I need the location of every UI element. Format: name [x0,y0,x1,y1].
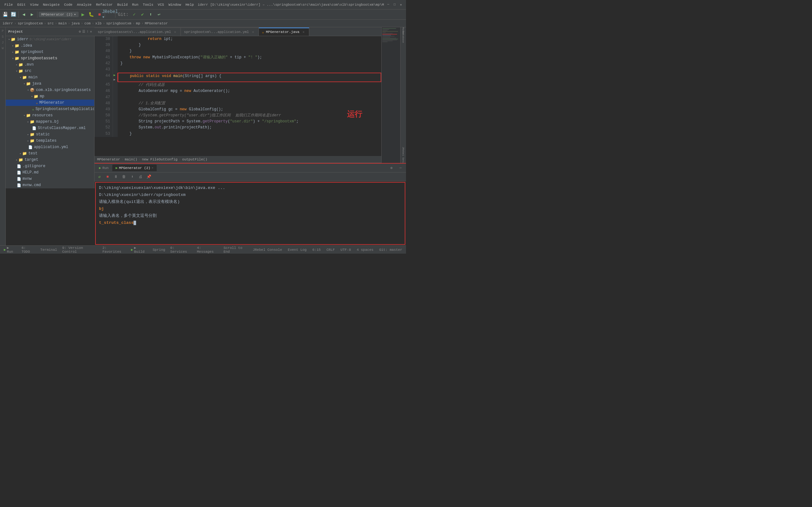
tree-item-templates[interactable]: ▸ 📁 templates [6,137,94,144]
vcs-check[interactable]: ✓ [130,11,138,18]
menu-file[interactable]: File [3,2,15,7]
expand-icon[interactable]: ↕ [87,30,89,34]
tree-item-idea[interactable]: ▸ 📁 .idea [6,43,94,49]
bottom-tab-settings[interactable]: ⚙ [387,165,396,171]
tree-item-mvnwcmd[interactable]: 📄 mvnw.cmd [6,182,94,188]
tab-mpgenerator-java[interactable]: ☕ MPGenerator.java ✕ [259,27,309,36]
nav-mp[interactable]: mp [136,21,140,25]
run-gutter-btn-44b[interactable]: ▶ [114,78,115,81]
toolbar-forward[interactable]: ▶ [28,11,36,18]
nav-iderr[interactable]: iderr [3,21,13,25]
tree-item-main[interactable]: ▾ 📁 main [6,74,94,80]
left-structure-icon[interactable]: S [0,34,5,39]
menu-tools[interactable]: Tools [141,2,155,7]
tree-item-mvnw[interactable]: 📄 mvnw [6,176,94,182]
bc-main[interactable]: main() [125,158,137,161]
run-config-tab-close[interactable]: ✕ [152,166,153,170]
status-terminal[interactable]: Terminal [39,247,58,252]
vcs-revert[interactable]: ↩ [155,11,163,18]
status-spring[interactable]: Spring [151,247,166,252]
status-todo[interactable]: 6: TODO [20,245,37,254]
settings-icon[interactable]: ⚙ [79,30,81,34]
vcs-commit[interactable]: ✔ [139,11,146,18]
toolbar-sync[interactable]: 🔄 [9,11,17,18]
menu-vcs[interactable]: VCS [156,2,166,7]
close-panel-icon[interactable]: ✕ [90,30,92,34]
menu-edit[interactable]: Edit [15,2,27,7]
status-encoding[interactable]: UTF-8 [339,247,353,252]
status-build[interactable]: ▶ ▶ Build [130,245,149,253]
minimap[interactable] [381,27,400,163]
tree-item-package[interactable]: ▾ 📦 com.xlb.springbootassets [6,87,94,93]
run-console[interactable]: D:\zking\xuexixuexian\xuexiexe\jdk\bin\j… [95,182,405,245]
bc-mpgenerator[interactable]: MPGenerator [97,158,120,161]
menu-refactor[interactable]: Refactor [94,2,115,7]
scroll-to-end[interactable]: Scroll to End [222,245,250,254]
tree-item-helpmd[interactable]: 📄 HELP.md [6,169,94,176]
bottom-tab-run-config[interactable]: ▶ MPGenerator (2) ✕ [112,165,156,171]
status-indent[interactable]: 4 spaces [356,247,375,252]
nav-src[interactable]: src [47,21,54,25]
debug-button[interactable]: 🐛 [88,11,95,18]
tree-item-static[interactable]: ▸ 📁 static [6,131,94,137]
tree-item-strutsxml[interactable]: 📄 StrutsClassMapper.xml [6,125,94,131]
run-gutter-btn-44[interactable]: ▶ [114,73,115,77]
print-button[interactable]: 🖨 [137,173,144,180]
bc-outputfile[interactable]: outputFile() [182,158,207,161]
tree-item-iderr[interactable]: ▾ 📁 iderr D:\zking\xuexinr\iderr [6,36,94,43]
menu-code[interactable]: Code [62,2,74,7]
run-button[interactable]: ▶ [79,11,87,18]
menu-analyze[interactable]: Analyze [75,2,93,7]
nav-java[interactable]: java [71,21,79,25]
tab-application-yml-xm[interactable]: springbootxm\...application.yml ✕ [181,27,259,36]
left-web-icon[interactable]: W [0,46,5,51]
bottom-tab-minimize[interactable]: ─ [396,165,405,171]
status-crlf[interactable]: CRLF [325,247,336,252]
bc-new-fileoutconfig[interactable]: new FileOutConfig [142,158,177,161]
nav-com[interactable]: com [85,21,91,25]
status-version-control[interactable]: 9: Version Control [61,245,99,254]
pin-button[interactable]: 📌 [145,173,152,180]
maximize-button[interactable]: □ [392,2,397,7]
nav-springbootxm2[interactable]: springbootxm [106,21,131,25]
toolbar-back[interactable]: ◀ [20,11,28,18]
tree-item-applicationyml[interactable]: 📄 application.yml [6,144,94,150]
tab-application-yml-assets[interactable]: springbootassets\...application.yml ✕ [95,27,181,36]
tree-item-gitignore[interactable]: 📄 .gitignore [6,163,94,169]
tree-item-mp[interactable]: ▾ 📁 mp [6,93,94,100]
left-jrebel-icon[interactable]: J [0,40,5,45]
tab-close-mpgenerator-java[interactable]: ✕ [301,30,306,34]
vcs-push[interactable]: ⬆ [147,11,155,18]
tree-item-src[interactable]: ▾ 📁 src [6,68,94,74]
status-favorites[interactable]: 2: Favorites [101,245,127,254]
nav-main[interactable]: main [58,21,67,25]
toolbar-save-all[interactable]: 💾 [1,11,9,18]
tab-close-application-yml-assets[interactable]: ✕ [173,30,177,34]
close-button[interactable]: ✕ [398,2,403,7]
status-run[interactable]: ▶ ▶ Run [3,245,18,253]
tree-item-test[interactable]: ▸ 📁 test [6,150,94,157]
rerun-button[interactable]: ↺ [96,173,103,180]
tab-close-application-yml-xm[interactable]: ✕ [251,30,255,34]
scroll-end-button[interactable]: ⬇ [129,173,136,180]
jrebel-button[interactable]: JRebel ▾ [106,11,114,18]
status-jrebel-console[interactable]: JRebel Console [252,247,283,252]
tree-item-mvn[interactable]: ▸ 📁 .mvn [6,61,94,68]
status-event-log[interactable]: Event Log [286,247,308,252]
left-project-icon[interactable]: P [0,29,5,34]
tree-item-mpgenerator[interactable]: ☕ MPGenerator [6,100,94,106]
status-position[interactable]: 6:15 [311,247,322,252]
right-jrebel-guide-icon[interactable]: JRebel Setup Guide [401,158,406,163]
menu-navigate[interactable]: Navigate [41,2,61,7]
stop-run-button[interactable]: ■ [104,173,111,180]
code-editor[interactable]: 运行 38 return ipt; [95,36,381,156]
menu-window[interactable]: Window [166,2,183,7]
menu-build[interactable]: Build [115,2,129,7]
nav-xlb[interactable]: xlb [95,21,102,25]
right-database-icon[interactable]: Database [401,34,406,39]
tree-item-target[interactable]: ▸ 📁 target [6,157,94,163]
status-messages[interactable]: 4: Messages [196,245,220,254]
menu-run[interactable]: Run [130,2,140,7]
nav-springbootxm[interactable]: springbootxm [18,21,43,25]
minimize-button[interactable]: ─ [386,2,391,7]
